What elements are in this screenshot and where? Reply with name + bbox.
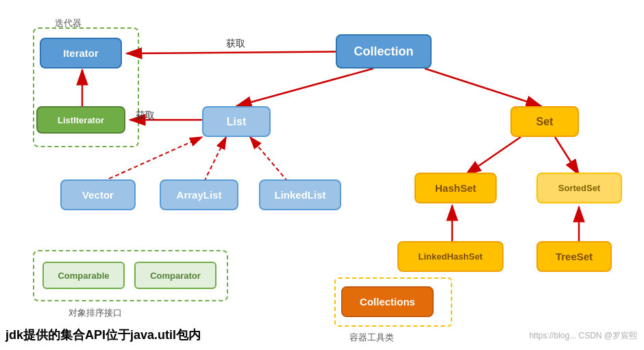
sort-interface-label: 对象排序接口 — [69, 307, 122, 319]
list-node: List — [202, 106, 271, 137]
arraylist-node: ArrayList — [160, 179, 238, 210]
svg-line-9 — [250, 137, 288, 182]
linkedhashset-node: LinkedHashSet — [397, 241, 504, 272]
iterator-node: Iterator — [40, 38, 122, 68]
container-tool-label: 容器工具类 — [349, 332, 394, 344]
diagram-container: 迭代器 对象排序接口 容器工具类 — [0, 0, 644, 350]
collections-node: Collections — [341, 286, 434, 317]
svg-line-6 — [425, 68, 541, 106]
get-iterator-label-1: 获取 — [226, 38, 245, 50]
get-iterator-label-2: 获取 — [136, 110, 155, 122]
watermark: https://blog... CSDN @罗宸熙 — [529, 330, 637, 342]
svg-line-8 — [204, 137, 226, 182]
vector-node: Vector — [60, 179, 136, 210]
bottom-text: jdk提供的集合API位于java.util包内 — [5, 327, 201, 343]
list-iterator-node: ListIterator — [36, 106, 125, 134]
svg-line-11 — [555, 137, 579, 175]
hashset-node: HashSet — [414, 173, 497, 203]
treeset-node: TreeSet — [536, 241, 612, 272]
comparable-node: Comparable — [42, 262, 125, 289]
svg-line-10 — [466, 137, 521, 175]
comparator-node: Comparator — [134, 262, 216, 289]
svg-line-2 — [127, 51, 363, 53]
collection-node: Collection — [336, 34, 432, 68]
iterator-box-label: 迭代器 — [55, 17, 82, 29]
linkedlist-node: LinkedList — [259, 179, 341, 210]
set-node: Set — [510, 106, 579, 137]
svg-line-5 — [236, 68, 373, 106]
sortedset-node: SortedSet — [536, 173, 622, 203]
